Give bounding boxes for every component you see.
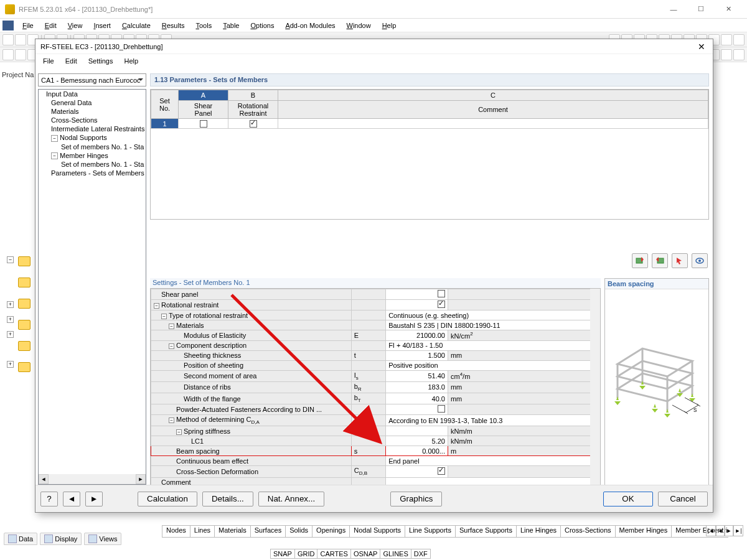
pick-button[interactable] bbox=[672, 253, 688, 268]
dialog-menu-edit[interactable]: Edit bbox=[60, 56, 82, 66]
materials-value[interactable]: Baustahl S 235 | DIN 18800:1990-11 bbox=[386, 320, 600, 330]
toolbar-icon[interactable] bbox=[721, 49, 732, 60]
folder-icon[interactable] bbox=[18, 320, 31, 330]
second-moment-value[interactable]: 51.40 bbox=[386, 370, 448, 381]
tree-expander-icon[interactable]: − bbox=[51, 152, 58, 159]
navigator-tabs[interactable]: Data Display Views bbox=[4, 533, 121, 545]
nav-tab-display[interactable]: Display bbox=[40, 533, 82, 545]
col-a[interactable]: A bbox=[179, 90, 228, 101]
folder-icon[interactable] bbox=[18, 256, 31, 266]
menu-help[interactable]: Help bbox=[377, 21, 402, 30]
dialog-titlebar[interactable]: RF-STEEL EC3 - [201130_Drehbettung] ✕ bbox=[35, 39, 713, 54]
tree-set-members-1a[interactable]: Set of members No. 1 - Sta bbox=[39, 142, 146, 151]
tree-expander-icon[interactable]: + bbox=[7, 361, 14, 368]
status-glines[interactable]: GLINES bbox=[380, 549, 411, 559]
dialog-close-icon[interactable]: ✕ bbox=[695, 42, 708, 52]
folder-icon[interactable] bbox=[18, 362, 31, 372]
menu-options[interactable]: Options bbox=[245, 21, 279, 30]
maximize-button[interactable]: ☐ bbox=[687, 1, 715, 18]
tree-nodal-supports[interactable]: −Nodal Supports bbox=[39, 133, 146, 142]
tab-scroll-prev-icon[interactable]: ◄ bbox=[716, 525, 725, 536]
modulus-value[interactable]: 21000.00 bbox=[386, 330, 448, 341]
project-navigator-tree[interactable]: − + + + + bbox=[2, 82, 34, 455]
nav-tab-data[interactable]: Data bbox=[4, 533, 37, 545]
toolbar-icon[interactable] bbox=[733, 49, 745, 60]
tab-line-hinges[interactable]: Line Hinges bbox=[516, 526, 561, 538]
tab-scroll-next-icon[interactable]: ► bbox=[725, 525, 733, 536]
menu-table[interactable]: Table bbox=[218, 21, 244, 30]
shear-panel-checkbox[interactable] bbox=[386, 289, 448, 300]
tab-surfaces[interactable]: Surfaces bbox=[250, 526, 286, 538]
powder-fasteners-checkbox[interactable] bbox=[386, 404, 448, 415]
tree-expander-icon[interactable]: − bbox=[51, 135, 58, 142]
status-cartes[interactable]: CARTES bbox=[317, 549, 350, 559]
col-c[interactable]: C bbox=[278, 90, 708, 101]
col-b[interactable]: B bbox=[228, 90, 278, 101]
import-button[interactable] bbox=[652, 253, 668, 268]
distance-ribs-value[interactable]: 183.0 bbox=[386, 381, 448, 393]
menu-addons[interactable]: Add-on Modules bbox=[280, 21, 340, 30]
dialog-menu-settings[interactable]: Settings bbox=[83, 56, 118, 66]
status-dxf[interactable]: DXF bbox=[411, 549, 431, 559]
tree-input-data[interactable]: Input Data bbox=[39, 90, 146, 98]
toolbar-icon[interactable] bbox=[2, 34, 14, 45]
sidebar-scrollbar[interactable]: ◄ ► bbox=[39, 474, 146, 484]
graphics-button[interactable]: Graphics bbox=[390, 492, 442, 506]
bottom-table-tabs[interactable]: Nodes Lines Materials Surfaces Solids Op… bbox=[162, 525, 728, 538]
lc1-value[interactable]: 5.20 bbox=[386, 436, 448, 446]
dialog-menu-file[interactable]: File bbox=[38, 56, 59, 66]
menu-calculate[interactable]: Calculate bbox=[117, 21, 156, 30]
dialog-menu-help[interactable]: Help bbox=[119, 56, 143, 66]
tree-parameters-sets[interactable]: Parameters - Sets of Members bbox=[39, 169, 146, 177]
tree-general-data[interactable]: General Data bbox=[39, 98, 146, 107]
row-number[interactable]: 1 bbox=[151, 119, 179, 129]
tab-surface-supports[interactable]: Surface Supports bbox=[455, 526, 517, 538]
settings-scrollbar[interactable] bbox=[590, 289, 600, 488]
tab-openings[interactable]: Openings bbox=[312, 526, 350, 538]
toolbar-icon[interactable] bbox=[733, 34, 745, 45]
component-desc-value[interactable]: FI + 40/183 - 1.50 bbox=[386, 340, 600, 350]
close-button[interactable]: ✕ bbox=[715, 1, 742, 18]
folder-icon[interactable] bbox=[18, 278, 31, 287]
toolbar-icon[interactable] bbox=[2, 49, 14, 60]
nav-tab-views[interactable]: Views bbox=[84, 533, 121, 545]
cancel-button[interactable]: Cancel bbox=[658, 492, 708, 506]
input-data-tree[interactable]: Input Data General Data Materials Cross-… bbox=[38, 89, 146, 485]
scroll-left-icon[interactable]: ◄ bbox=[39, 474, 49, 484]
tab-materials[interactable]: Materials bbox=[214, 526, 251, 538]
tab-scroll-last-icon[interactable]: ►| bbox=[733, 525, 743, 536]
tab-line-supports[interactable]: Line Supports bbox=[405, 526, 456, 538]
details-button[interactable]: Details... bbox=[202, 492, 253, 506]
status-osnap[interactable]: OSNAP bbox=[350, 549, 381, 559]
tree-materials[interactable]: Materials bbox=[39, 107, 146, 116]
next-button[interactable]: ► bbox=[85, 492, 103, 506]
menu-tools[interactable]: Tools bbox=[190, 21, 217, 30]
tab-member-hinges[interactable]: Member Hinges bbox=[615, 526, 672, 538]
scroll-right-icon[interactable]: ► bbox=[136, 474, 146, 484]
view-button[interactable] bbox=[692, 253, 708, 268]
menu-results[interactable]: Results bbox=[157, 21, 190, 30]
tree-expander-icon[interactable]: + bbox=[7, 316, 14, 323]
folder-icon[interactable] bbox=[18, 341, 31, 351]
calculation-button[interactable]: Calculation bbox=[138, 492, 197, 506]
rotational-restraint-checkbox[interactable] bbox=[228, 119, 278, 129]
menu-insert[interactable]: Insert bbox=[88, 21, 116, 30]
tree-intermediate-lateral[interactable]: Intermediate Lateral Restraints bbox=[39, 124, 146, 133]
table-row[interactable]: 1 bbox=[151, 119, 708, 129]
comment-cell[interactable] bbox=[278, 119, 708, 129]
help-button[interactable]: ? bbox=[40, 492, 58, 506]
status-snap[interactable]: SNAP bbox=[270, 549, 295, 559]
status-grid[interactable]: GRID bbox=[294, 549, 318, 559]
export-button[interactable] bbox=[632, 253, 648, 268]
rotational-restraint-checkbox[interactable] bbox=[386, 300, 448, 310]
tab-lines[interactable]: Lines bbox=[190, 526, 215, 538]
menu-file[interactable]: File bbox=[17, 21, 39, 30]
tab-solids[interactable]: Solids bbox=[285, 526, 312, 538]
position-sheeting-value[interactable]: Positive position bbox=[386, 360, 600, 370]
cross-section-def-checkbox[interactable] bbox=[386, 466, 448, 477]
ok-button[interactable]: OK bbox=[603, 492, 653, 506]
type-rotational-value[interactable]: Continuous (e.g. sheeting) bbox=[386, 310, 600, 320]
method-cda-value[interactable]: According to EN 1993-1-3, Table 10.3 bbox=[386, 415, 600, 426]
tree-expander-icon[interactable]: − bbox=[7, 256, 14, 263]
toolbar-icon[interactable] bbox=[15, 49, 26, 60]
